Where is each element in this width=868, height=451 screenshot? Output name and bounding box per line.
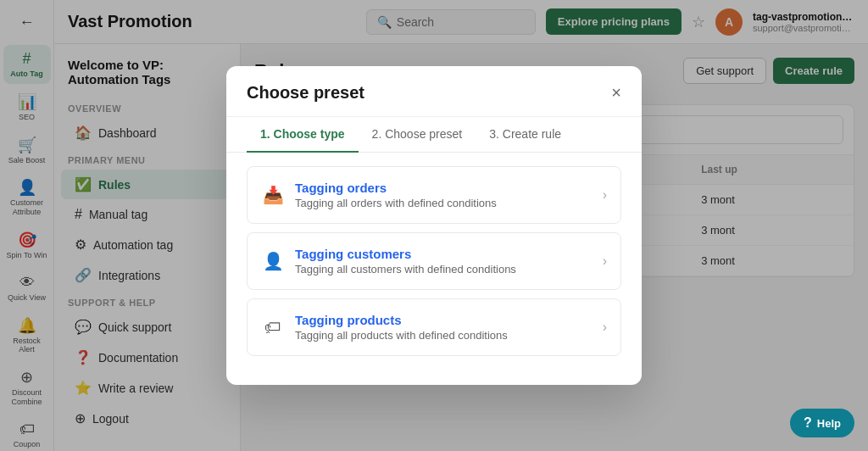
help-label: Help [817,417,841,430]
tab-create-rule[interactable]: 3. Create rule [476,117,575,153]
option-tagging-orders[interactable]: 📥 Tagging orders Tagging all orders with… [247,166,621,224]
modal-choose-preset: Choose preset × 1. Choose type 2. Choose… [226,66,642,385]
modal-tabs: 1. Choose type 2. Choose preset 3. Creat… [226,117,642,153]
option-desc: Tagging all products with defined condit… [295,329,508,342]
modal-title: Choose preset [247,83,364,103]
chevron-right-icon: › [603,320,607,335]
option-desc: Tagging all orders with defined conditio… [295,197,497,209]
option-title: Tagging orders [295,181,497,195]
option-left: 🏷 Tagging products Tagging all products … [261,313,508,342]
help-button[interactable]: ? Help [790,409,854,437]
help-icon: ? [804,415,812,431]
option-title: Tagging customers [295,247,516,261]
option-left: 📥 Tagging orders Tagging all orders with… [261,181,497,209]
modal-body: 📥 Tagging orders Tagging all orders with… [226,153,642,385]
option-desc: Tagging all customers with defined condi… [295,263,516,276]
chevron-right-icon: › [603,187,607,203]
option-tagging-products[interactable]: 🏷 Tagging products Tagging all products … [247,298,621,356]
modal-close-button[interactable]: × [611,83,621,103]
tagging-products-icon: 🏷 [261,318,285,337]
option-text: Tagging orders Tagging all orders with d… [295,181,497,209]
tagging-customers-icon: 👤 [261,251,285,271]
modal-header: Choose preset × [226,66,642,117]
option-text: Tagging customers Tagging all customers … [295,247,516,276]
option-tagging-customers[interactable]: 👤 Tagging customers Tagging all customer… [247,232,621,290]
tab-choose-type[interactable]: 1. Choose type [247,117,359,153]
tagging-orders-icon: 📥 [261,185,285,205]
option-title: Tagging products [295,313,508,327]
option-left: 👤 Tagging customers Tagging all customer… [261,247,516,276]
tab-choose-preset[interactable]: 2. Choose preset [359,117,476,153]
chevron-right-icon: › [603,253,607,269]
modal-overlay[interactable]: Choose preset × 1. Choose type 2. Choose… [0,0,868,451]
option-text: Tagging products Tagging all products wi… [295,313,508,342]
